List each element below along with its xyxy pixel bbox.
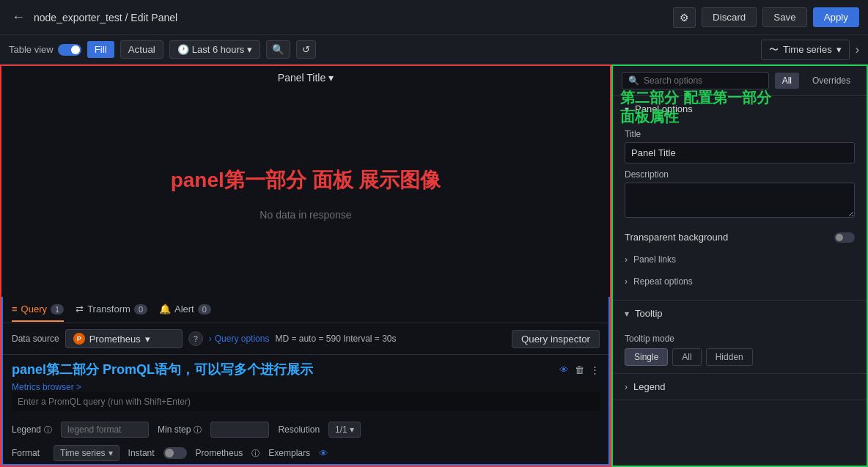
table-view-switch[interactable]	[58, 44, 81, 56]
transparent-bg-label: Transparent background	[625, 232, 728, 243]
repeat-options-row[interactable]: › Repeat options	[625, 271, 855, 293]
time-range-label: Last 6 hours	[192, 44, 245, 55]
tooltip-mode-label: Tooltip mode	[625, 334, 855, 344]
tooltip-mode-buttons: Single All Hidden	[625, 348, 855, 366]
prometheus-label: Prometheus	[196, 448, 243, 458]
visualization-picker[interactable]: 〜 Time series ▾	[761, 40, 850, 60]
tooltip-body: Tooltip mode Single All Hidden	[613, 326, 867, 373]
tab-all[interactable]: All	[775, 73, 799, 89]
discard-button[interactable]: Discard	[702, 7, 757, 27]
clock-icon: 🕐	[177, 44, 189, 55]
description-textarea[interactable]	[625, 183, 855, 218]
fill-button[interactable]: Fill	[87, 41, 114, 58]
legend-section-label: Legend	[633, 381, 665, 392]
instant-toggle[interactable]	[163, 447, 187, 459]
tab-alert-icon: 🔔	[159, 304, 171, 315]
tab-alert-label: Alert	[174, 304, 194, 315]
no-data-message: No data in response	[260, 209, 351, 221]
legend-label: Legend ⓘ	[12, 424, 52, 435]
format-value: Time series	[60, 448, 106, 458]
panel-links-row[interactable]: › Panel links	[625, 249, 855, 271]
zoom-out-button[interactable]: 🔍	[266, 40, 290, 59]
tab-query-icon: ≡	[12, 304, 18, 315]
more-icon[interactable]: ⋮	[590, 364, 600, 375]
promql-input[interactable]	[12, 392, 600, 411]
query-options-label: Query options	[215, 334, 270, 344]
minstep-input[interactable]	[210, 422, 269, 438]
search-box[interactable]: 🔍	[622, 72, 769, 89]
settings-button[interactable]: ⚙	[673, 7, 696, 28]
tab-overrides[interactable]: Overrides	[805, 73, 858, 89]
panel-chinese-text: panel第一部分 面板 展示图像	[171, 166, 441, 194]
back-button[interactable]: ←	[9, 7, 28, 28]
chevron-down-icon: ▾	[108, 448, 113, 458]
refresh-button[interactable]: ↺	[296, 40, 316, 59]
tab-alert-badge: 0	[198, 304, 211, 315]
chevron-down-icon: ▾	[836, 44, 842, 55]
panel-title-bar[interactable]: Panel Title ▾	[1, 66, 610, 89]
tooltip-header[interactable]: ▾ Tooltip	[613, 301, 867, 326]
promql-chinese-label: panel第二部分 PromQL语句，可以写多个进行展示	[12, 361, 313, 378]
chevron-down-icon: ▾	[247, 44, 252, 55]
format-select[interactable]: Time series ▾	[54, 445, 119, 461]
legend-info-icon[interactable]: ⓘ	[44, 424, 52, 435]
query-inspector-button[interactable]: Query inspector	[512, 330, 600, 348]
exemplars-eye-icon[interactable]: 👁	[319, 448, 328, 459]
tab-transform-icon: ⇄	[76, 304, 84, 315]
save-button[interactable]: Save	[762, 7, 806, 27]
expand-button[interactable]: ›	[856, 43, 859, 56]
actual-button[interactable]: Actual	[120, 40, 163, 59]
tooltip-all-button[interactable]: All	[672, 348, 701, 366]
tooltip-hidden-button[interactable]: Hidden	[706, 348, 753, 366]
resolution-select[interactable]: 1/1 ▾	[328, 422, 361, 438]
table-view-toggle[interactable]: Table view	[9, 44, 81, 56]
table-view-label: Table view	[9, 44, 54, 55]
panel-title-chevron: ▾	[328, 72, 334, 84]
prometheus-info-icon[interactable]: ⓘ	[251, 448, 260, 459]
exemplars-label: Exemplars	[268, 448, 310, 458]
apply-button[interactable]: Apply	[813, 7, 859, 27]
chevron-right-icon: ›	[209, 334, 212, 344]
panel-title-input[interactable]	[625, 142, 855, 163]
legend-section: › Legend	[613, 374, 867, 400]
toolbar: Table view Fill Actual 🕐 Last 6 hours ▾ …	[0, 35, 868, 65]
tab-transform[interactable]: ⇄ Transform 0	[76, 298, 147, 322]
tooltip-single-button[interactable]: Single	[625, 348, 668, 366]
datasource-label: Data source	[12, 334, 59, 344]
eye-icon[interactable]: 👁	[559, 364, 569, 375]
delete-icon[interactable]: 🗑	[575, 364, 584, 375]
datasource-select[interactable]: P Prometheus ▾	[65, 329, 183, 348]
chevron-right-icon: ›	[625, 382, 628, 392]
minstep-info-icon[interactable]: ⓘ	[194, 424, 202, 435]
panel-title: Panel Title	[278, 72, 326, 84]
tab-query-label: Query	[21, 304, 47, 315]
panel-links-label: Panel links	[633, 254, 676, 265]
chevron-down-icon: ▾	[625, 309, 629, 319]
promql-actions: 👁 🗑 ⋮	[559, 364, 600, 375]
tab-query[interactable]: ≡ Query 1	[12, 298, 64, 322]
metrics-browser-button[interactable]: Metrics browser >	[12, 382, 81, 392]
format-row: Format Time series ▾ Instant Prometheus …	[3, 442, 608, 464]
legend-header[interactable]: › Legend	[613, 374, 867, 400]
datasource-name: Prometheus	[89, 334, 141, 345]
panel-options-body: Title Description Transparent background…	[613, 122, 867, 300]
tab-alert[interactable]: 🔔 Alert 0	[159, 298, 211, 322]
instant-label: Instant	[128, 448, 155, 458]
search-input[interactable]	[644, 76, 762, 86]
search-icon: 🔍	[628, 76, 639, 86]
tooltip-section: ▾ Tooltip Tooltip mode Single All Hidden	[613, 301, 867, 374]
chevron-right-icon: ›	[625, 254, 628, 265]
transparent-bg-toggle[interactable]	[834, 232, 855, 243]
tab-transform-label: Transform	[87, 304, 130, 315]
promql-area: panel第二部分 PromQL语句，可以写多个进行展示 👁 🗑 ⋮ Metri…	[3, 355, 608, 417]
panel-options-header[interactable]: ▾ Panel options	[613, 96, 867, 122]
datasource-info-button[interactable]: ?	[188, 331, 203, 346]
query-panel: ≡ Query 1 ⇄ Transform 0 🔔 Alert 0 Data s…	[1, 297, 610, 466]
visualization-label: Time series	[783, 44, 832, 55]
left-panel: Panel Title ▾ panel第一部分 面板 展示图像 No data …	[0, 65, 611, 467]
chevron-down-icon: ▾	[625, 104, 629, 114]
query-options-button[interactable]: › Query options	[209, 334, 270, 344]
time-range-picker[interactable]: 🕐 Last 6 hours ▾	[169, 40, 261, 59]
panel-options-section: ▾ Panel options Title Description Transp…	[613, 96, 867, 301]
legend-input[interactable]	[61, 422, 149, 438]
